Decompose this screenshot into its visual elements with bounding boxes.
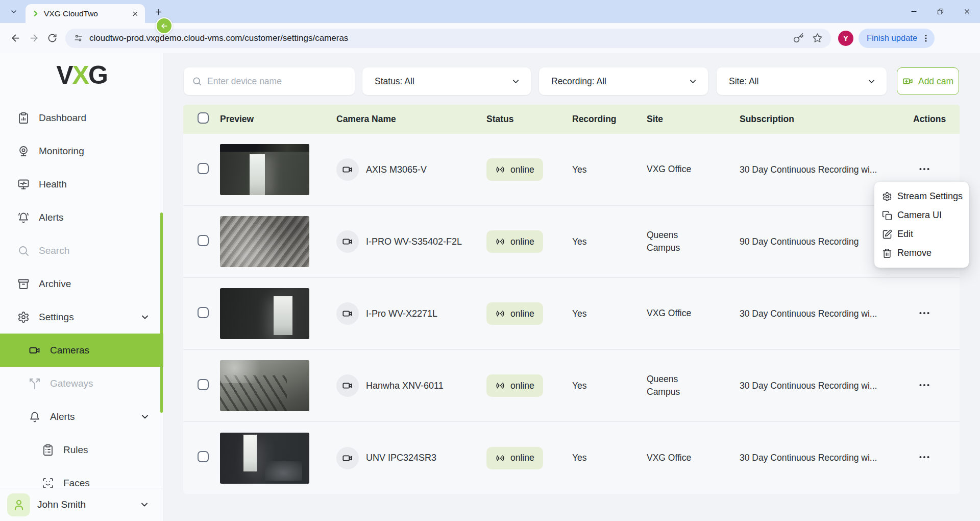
window-minimize-button[interactable] (900, 0, 927, 22)
camera-preview-thumbnail[interactable] (220, 216, 309, 267)
url-bar[interactable]: cloudtwo-prod.vxgdemo.cloud-vms.com/cust… (65, 29, 831, 48)
row-actions-button[interactable] (914, 161, 935, 177)
tab-title: VXG CloudTwo (44, 9, 125, 18)
row-checkbox[interactable] (198, 379, 209, 390)
row-checkbox[interactable] (198, 307, 209, 318)
subscription-value: 30 Day Continuous Recording wi... (740, 381, 913, 391)
device-search-box[interactable] (184, 67, 355, 95)
menu-item-edit[interactable]: Edit (874, 225, 969, 244)
sidebar-item-dashboard[interactable]: Dashboard (0, 101, 163, 134)
sidebar-item-monitoring[interactable]: Monitoring (0, 134, 163, 168)
site-filter-dropdown[interactable]: Site: All (717, 67, 887, 95)
sidebar-item-settings[interactable]: Settings (0, 300, 163, 334)
vxg-logo: VXG (0, 60, 163, 90)
browser-tab-strip: VXG CloudTwo (0, 0, 980, 23)
sidebar-item-label: Dashboard (39, 112, 86, 124)
camera-preview-thumbnail[interactable] (220, 288, 309, 339)
add-camera-button[interactable]: Add cam (897, 67, 959, 95)
recording-filter-dropdown[interactable]: Recording: All (539, 67, 708, 95)
sidebar-item-label: Monitoring (39, 146, 84, 157)
camera-preview-thumbnail[interactable] (220, 433, 309, 484)
recording-value: Yes (572, 236, 647, 247)
sidebar-item-label: Faces (63, 478, 90, 489)
camera-preview-thumbnail[interactable] (220, 360, 309, 411)
video-camera-icon (336, 230, 359, 253)
site-info-icon[interactable] (74, 33, 83, 43)
search-icon (192, 76, 202, 86)
chevron-down-icon (10, 8, 18, 16)
sidebar-item-label: Rules (63, 444, 88, 456)
video-camera-icon (336, 302, 359, 325)
sidebar-item-search[interactable]: Search (0, 234, 163, 267)
password-key-icon[interactable] (793, 33, 804, 43)
forward-button[interactable] (24, 29, 43, 48)
status-filter-dropdown[interactable]: Status: All (362, 67, 531, 95)
col-header-camera-name: Camera Name (336, 114, 486, 125)
clipboard-list-icon (42, 444, 54, 456)
subscription-value: 30 Day Continuous Recording wi... (740, 309, 913, 319)
sidebar-item-gateways[interactable]: Gateways (0, 367, 163, 400)
sidebar-item-rules[interactable]: Rules (0, 433, 163, 466)
sidebar-scrollbar[interactable] (160, 212, 163, 413)
sidebar-item-archive[interactable]: Archive (0, 267, 163, 300)
sidebar-item-label: Settings (39, 312, 74, 323)
tab-search-button[interactable] (6, 4, 21, 19)
row-checkbox[interactable] (198, 235, 209, 246)
row-checkbox[interactable] (198, 163, 209, 174)
back-button[interactable] (6, 29, 24, 48)
col-header-recording: Recording (572, 114, 647, 125)
chevron-down-icon[interactable] (139, 500, 150, 510)
profile-avatar[interactable]: Y (838, 31, 853, 46)
sidebar-item-label: Alerts (39, 212, 64, 223)
camera-preview-thumbnail[interactable] (220, 144, 309, 195)
tab-close-icon[interactable] (130, 8, 141, 19)
row-actions-button[interactable] (914, 305, 935, 321)
window-restore-button[interactable] (927, 0, 953, 22)
row-actions-button[interactable] (914, 449, 935, 465)
sidebar-item-alerts[interactable]: Alerts (0, 201, 163, 234)
sidebar-item-label: Search (39, 245, 69, 256)
menu-item-stream-settings[interactable]: Stream Settings (874, 187, 969, 206)
finish-update-button[interactable]: Finish update (859, 29, 935, 48)
reload-button[interactable] (43, 29, 61, 48)
browser-menu-icon[interactable] (921, 34, 930, 43)
site-value: Queens Campus (647, 229, 740, 255)
table-row: I-Pro WV-X2271L online Yes VXG Office 30… (183, 278, 960, 350)
user-footer[interactable]: John Smith (0, 488, 163, 521)
trash-icon (882, 248, 892, 258)
sidebar-item-alerts-sub[interactable]: Alerts (0, 400, 163, 433)
search-input[interactable] (207, 76, 347, 87)
arrow-left-icon (160, 22, 168, 30)
row-actions-button[interactable] (914, 377, 935, 393)
app-window: VXG CloudTwo cloudtwo-prod.vxgdemo.cloud… (0, 0, 980, 521)
sidebar-collapse-button[interactable] (156, 17, 173, 34)
site-value: VXG Office (647, 307, 740, 320)
status-badge: online (486, 230, 543, 253)
bookmark-star-icon[interactable] (812, 33, 823, 43)
select-all-checkbox[interactable] (198, 112, 209, 124)
window-close-button[interactable] (953, 0, 980, 22)
recording-value: Yes (572, 164, 647, 175)
omnibox-actions (793, 33, 823, 43)
camera-name: I-PRO WV-S35402-F2L (366, 235, 462, 248)
menu-item-remove[interactable]: Remove (874, 244, 969, 263)
menu-item-camera-ui[interactable]: Camera UI (874, 206, 969, 225)
status-badge: online (486, 158, 543, 181)
row-checkbox[interactable] (198, 451, 209, 462)
col-header-status: Status (486, 114, 572, 125)
chevron-down-icon (688, 77, 698, 86)
subscription-value: 30 Day Continuous Recording wi... (740, 453, 913, 463)
site-value: VXG Office (647, 163, 740, 176)
col-header-subscription: Subscription (740, 114, 913, 125)
video-camera-icon (336, 158, 359, 181)
status-badge: online (486, 374, 543, 397)
camera-name: Hanwha XNV-6011 (366, 379, 444, 392)
url-text: cloudtwo-prod.vxgdemo.cloud-vms.com/cust… (89, 33, 348, 43)
sidebar-item-health[interactable]: Health (0, 168, 163, 201)
chevron-down-icon (140, 312, 150, 322)
webcam-icon (17, 145, 30, 157)
browser-tab[interactable]: VXG CloudTwo (26, 4, 145, 23)
sidebar-item-cameras[interactable]: Cameras (0, 334, 163, 367)
table-row: UNV IPC324SR3 online Yes VXG Office 30 D… (183, 422, 960, 494)
table-row: Hanwha XNV-6011 online Yes Queens Campus… (183, 350, 960, 422)
